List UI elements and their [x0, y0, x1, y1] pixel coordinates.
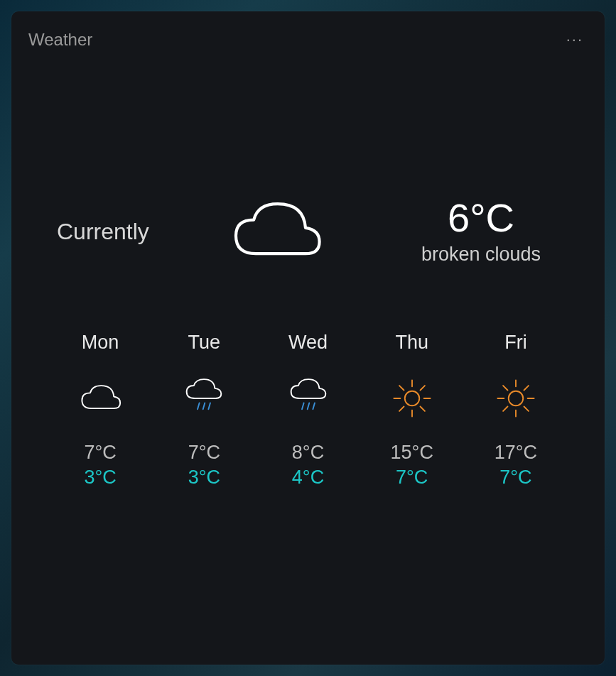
currently-label: Currently	[57, 219, 149, 245]
svg-line-21	[524, 406, 528, 410]
card-header: Weather ···	[28, 26, 588, 54]
svg-line-0	[198, 403, 200, 409]
high-temperature: 8°C	[256, 442, 360, 464]
forecast-day: Thu 15°C 7°C	[360, 332, 464, 489]
current-readout: 6°C broken clouds	[403, 198, 559, 266]
high-temperature: 7°C	[48, 442, 152, 464]
day-label: Wed	[256, 332, 360, 354]
low-temperature: 3°C	[152, 467, 256, 489]
low-temperature: 7°C	[360, 467, 464, 489]
forecast-day: Tue 7°C 3°C	[152, 332, 256, 489]
card-title: Weather	[28, 30, 92, 50]
forecast-day: Wed 8°C 4°C	[256, 332, 360, 489]
current-description: broken clouds	[403, 244, 559, 266]
low-temperature: 7°C	[464, 467, 568, 489]
current-conditions-row: Currently 6°C broken clouds	[28, 196, 588, 268]
cloud-icon	[48, 374, 152, 423]
day-label: Mon	[48, 332, 152, 354]
svg-line-4	[307, 403, 309, 409]
svg-line-11	[399, 386, 404, 390]
current-weather-icon	[226, 196, 325, 268]
low-temperature: 3°C	[48, 467, 152, 489]
current-temperature: 6°C	[403, 198, 559, 238]
day-label: Tue	[152, 332, 256, 354]
svg-point-6	[404, 391, 418, 405]
rain-icon	[152, 374, 256, 423]
sun-icon	[464, 374, 568, 423]
high-temperature: 7°C	[152, 442, 256, 464]
svg-line-23	[503, 406, 507, 410]
svg-line-1	[203, 403, 205, 409]
svg-line-20	[503, 386, 507, 390]
low-temperature: 4°C	[256, 467, 360, 489]
svg-line-5	[313, 403, 315, 409]
forecast-day: Fri 17°C 7°C	[464, 332, 568, 489]
svg-line-13	[420, 386, 424, 390]
forecast-row: Mon 7°C 3°C Tue 7°C 3°C Wed 8°C 4	[28, 332, 588, 489]
rain-icon	[256, 374, 360, 423]
weather-card: Weather ··· Currently 6°C broken clouds …	[11, 11, 605, 665]
svg-line-2	[209, 403, 211, 409]
svg-line-3	[302, 403, 304, 409]
day-label: Fri	[464, 332, 568, 354]
high-temperature: 15°C	[360, 442, 464, 464]
high-temperature: 17°C	[464, 442, 568, 464]
svg-line-12	[420, 406, 424, 410]
svg-point-15	[509, 391, 523, 405]
day-label: Thu	[360, 332, 464, 354]
sun-icon	[360, 374, 464, 423]
forecast-day: Mon 7°C 3°C	[48, 332, 152, 489]
svg-line-14	[399, 406, 404, 410]
svg-line-22	[524, 386, 528, 390]
more-options-button[interactable]: ···	[562, 29, 588, 50]
